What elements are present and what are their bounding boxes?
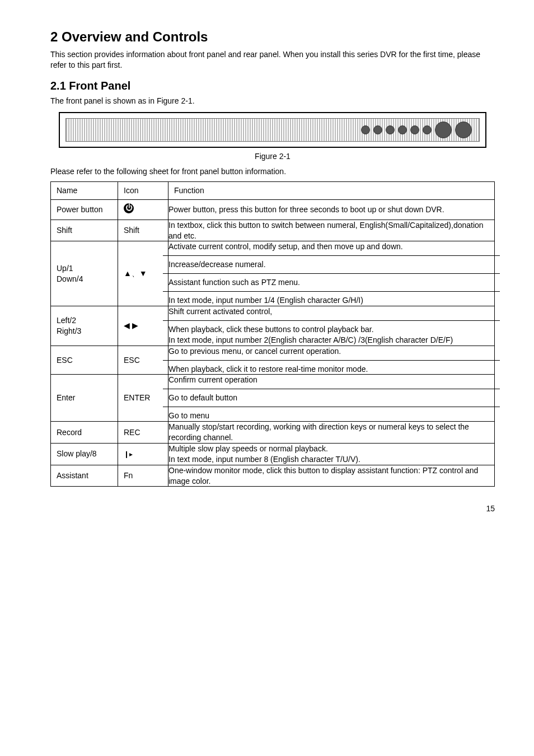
icon-text: Fn: [124, 471, 133, 480]
front-panel-figure: [59, 112, 486, 148]
cell-name: Assistant: [51, 465, 118, 487]
icon-text: ESC: [124, 356, 140, 365]
arrow-up-icon: [124, 269, 132, 278]
panel-button-icon: [410, 125, 419, 134]
panel-button-icon: [386, 125, 395, 134]
cell-name: Power button: [51, 199, 118, 220]
arrow-right-icon: [132, 321, 138, 330]
cell-name: Shift: [51, 220, 118, 241]
power-icon: [124, 203, 134, 213]
cell-name: Enter: [51, 375, 118, 422]
panel-button-icon: [373, 125, 382, 134]
cell-name: Record: [51, 422, 118, 444]
header-name: Name: [51, 181, 118, 199]
table-row: EnterENTERConfirm current operationGo to…: [51, 375, 495, 422]
cell-name: ESC: [51, 346, 118, 375]
cell-function: One-window monitor mode, click this butt…: [168, 465, 495, 487]
cell-name: Up/1 Down/4: [51, 241, 118, 306]
cell-function: Shift current activated control,When pla…: [168, 306, 495, 346]
function-text: One-window monitor mode, click this butt…: [163, 462, 500, 490]
front-panel-figure-inner: [65, 118, 480, 142]
icon-text: ENTER: [124, 393, 150, 402]
table-row: ESCESCGo to previous menu, or cancel cur…: [51, 346, 495, 375]
cell-icon: ENTER: [118, 375, 168, 422]
front-panel-table: Name Icon Function Power buttonPower but…: [50, 181, 495, 487]
function-text: Assistant function such as PTZ menu.: [163, 273, 500, 291]
header-icon: Icon: [118, 181, 168, 199]
cell-icon: [118, 306, 168, 346]
panel-dial-icon: [455, 122, 472, 138]
cell-icon: Shift: [118, 220, 168, 241]
panel-button-icon: [398, 125, 407, 134]
function-text: Activate current control, modify setup, …: [163, 238, 500, 255]
front-panel-paragraph: The front panel is shown as in Figure 2-…: [50, 96, 495, 106]
figure-caption: Figure 2-1: [50, 151, 495, 162]
panel-button-icon: [361, 125, 370, 134]
arrow-left-icon: [124, 321, 130, 330]
cell-icon: REC: [118, 422, 168, 444]
function-text: Increase/decrease numeral.: [163, 255, 500, 273]
cell-name: Left/2 Right/3: [51, 306, 118, 346]
cell-icon: Fn: [118, 465, 168, 487]
subsection-heading: 2.1 Front Panel: [50, 78, 495, 94]
function-text: Go to default button: [163, 389, 500, 407]
cell-function: Confirm current operationGo to default b…: [168, 375, 495, 422]
table-lead-paragraph: Please refer to the following sheet for …: [50, 166, 495, 177]
cell-icon: [118, 443, 168, 465]
arrow-down-icon: [139, 269, 147, 278]
panel-button-icon: [423, 125, 432, 134]
icon-text: Shift: [124, 226, 139, 235]
cell-icon: [118, 199, 168, 220]
section-heading: 2 Overview and Controls: [50, 28, 495, 46]
table-row: Up/1 Down/4、Activate current control, mo…: [51, 241, 495, 306]
function-text: When playback, click these buttons to co…: [163, 320, 500, 349]
table-header-row: Name Icon Function: [51, 181, 495, 199]
cell-icon: 、: [118, 241, 168, 306]
cell-function: Activate current control, modify setup, …: [168, 241, 495, 306]
page-number: 15: [50, 503, 495, 514]
header-function: Function: [168, 181, 495, 199]
slow-play-icon: [124, 449, 133, 458]
cell-name: Slow play/8: [51, 443, 118, 465]
cell-icon: ESC: [118, 346, 168, 375]
intro-paragraph: This section provides information about …: [50, 49, 495, 71]
icon-text: REC: [124, 428, 140, 437]
cell-function: Go to previous menu, or cancel current o…: [168, 346, 495, 375]
table-row: Left/2 Right/3Shift current activated co…: [51, 306, 495, 346]
table-row: AssistantFnOne-window monitor mode, clic…: [51, 465, 495, 487]
function-text: Power button, press this button for thre…: [163, 201, 500, 218]
panel-jog-icon: [435, 122, 452, 138]
